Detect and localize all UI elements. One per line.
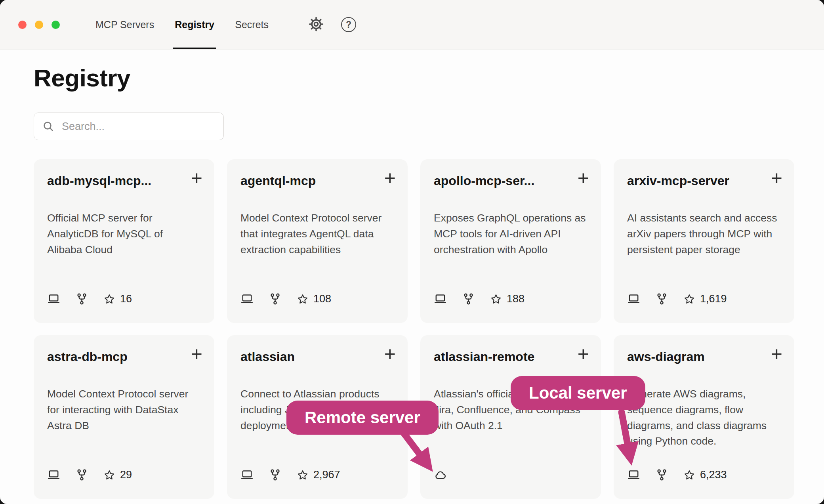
zoom-window-button[interactable]: [52, 21, 60, 29]
toolbar-divider: [291, 12, 291, 37]
server-card[interactable]: arxiv-mcp-server + AI assistants search …: [614, 159, 794, 323]
tab-secrets[interactable]: Secrets: [235, 0, 269, 49]
stars: 29: [103, 469, 132, 481]
star-icon: [683, 293, 695, 305]
stars: 1,619: [683, 293, 727, 305]
server-card[interactable]: astra-db-mcp + Model Context Protocol se…: [34, 335, 214, 499]
star-icon: [490, 293, 502, 305]
add-server-button[interactable]: +: [576, 166, 591, 189]
tab-mcp-servers[interactable]: MCP Servers: [95, 0, 154, 49]
server-description: AI assistants search and access arXiv pa…: [627, 210, 779, 258]
settings-button[interactable]: [308, 0, 324, 49]
titlebar: MCP Servers Registry Secrets ?: [0, 0, 824, 50]
card-footer: 108: [240, 292, 331, 305]
server-card[interactable]: atlassian-remote + Atlassian's official …: [420, 335, 601, 499]
server-name: aws-diagram: [627, 349, 767, 364]
minimize-window-button[interactable]: [35, 21, 43, 29]
laptop-icon: [240, 292, 254, 305]
card-footer: 1,619: [627, 292, 727, 305]
server-description: Model Context Protocol server that integ…: [240, 210, 393, 258]
git-fork-icon: [655, 468, 668, 481]
star-count: 108: [313, 293, 331, 305]
cloud-icon: [434, 468, 447, 481]
laptop-icon: [47, 292, 60, 305]
add-server-button[interactable]: +: [189, 166, 204, 189]
server-name: agentql-mcp: [240, 174, 380, 188]
tab-registry[interactable]: Registry: [175, 0, 214, 49]
stars: 16: [103, 293, 132, 305]
git-fork-icon: [75, 292, 88, 305]
add-server-button[interactable]: +: [383, 342, 397, 365]
server-card[interactable]: apollo-mcp-ser... + Exposes GraphQL oper…: [420, 159, 601, 323]
server-name: adb-mysql-mcp...: [47, 174, 187, 188]
git-fork-icon: [462, 292, 475, 305]
card-footer: [434, 468, 447, 481]
git-fork-icon: [269, 292, 282, 305]
stars: 6,233: [683, 469, 727, 481]
search-input[interactable]: [61, 120, 216, 133]
star-count: 29: [120, 469, 132, 481]
local-server-callout: Local server: [511, 376, 645, 410]
tab-bar: MCP Servers Registry Secrets: [95, 0, 269, 49]
add-server-button[interactable]: +: [189, 342, 204, 365]
add-server-button[interactable]: +: [769, 342, 784, 365]
server-name: atlassian-remote: [434, 349, 573, 364]
server-description: Exposes GraphQL operations as MCP tools …: [434, 210, 586, 258]
star-count: 2,967: [313, 469, 340, 481]
server-grid: adb-mysql-mcp... + Official MCP server f…: [34, 159, 794, 499]
server-card[interactable]: adb-mysql-mcp... + Official MCP server f…: [34, 159, 214, 323]
laptop-icon: [627, 292, 640, 305]
star-icon: [683, 469, 695, 481]
card-footer: 188: [434, 292, 525, 305]
gear-icon: [308, 16, 324, 34]
server-card[interactable]: aws-diagram + Generate AWS diagrams, seq…: [614, 335, 794, 499]
server-card[interactable]: agentql-mcp + Model Context Protocol ser…: [227, 159, 408, 323]
search-icon: [42, 120, 55, 133]
server-name: apollo-mcp-ser...: [434, 174, 573, 188]
card-footer: 29: [47, 468, 132, 481]
help-button[interactable]: ?: [341, 0, 356, 49]
add-server-button[interactable]: +: [576, 342, 591, 365]
search-box[interactable]: [34, 113, 224, 140]
git-fork-icon: [269, 468, 282, 481]
server-name: astra-db-mcp: [47, 349, 187, 364]
stars: 2,967: [297, 469, 340, 481]
git-fork-icon: [655, 292, 668, 305]
server-name: arxiv-mcp-server: [627, 174, 767, 188]
star-count: 1,619: [700, 293, 727, 305]
laptop-icon: [47, 468, 60, 481]
star-icon: [297, 469, 309, 481]
stars: 108: [297, 293, 331, 305]
card-footer: 2,967: [240, 468, 340, 481]
server-name: atlassian: [240, 349, 380, 364]
page-title: Registry: [34, 64, 794, 92]
remote-server-callout: Remote server: [286, 401, 439, 435]
app-window: MCP Servers Registry Secrets ? Registry: [0, 0, 824, 504]
laptop-icon: [627, 468, 640, 481]
add-server-button[interactable]: +: [383, 166, 397, 189]
server-description: Generate AWS diagrams, sequence diagrams…: [627, 386, 779, 449]
traffic-lights: [0, 0, 60, 49]
stars: 188: [490, 293, 525, 305]
laptop-icon: [240, 468, 254, 481]
star-icon: [103, 293, 115, 305]
star-icon: [297, 293, 309, 305]
laptop-icon: [434, 292, 447, 305]
server-description: Official MCP server for AnalyticDB for M…: [47, 210, 199, 258]
server-description: Model Context Protocol server for intera…: [47, 386, 199, 433]
close-window-button[interactable]: [18, 21, 27, 29]
star-count: 188: [507, 293, 525, 305]
git-fork-icon: [75, 468, 88, 481]
help-icon: ?: [341, 17, 356, 32]
star-count: 6,233: [700, 469, 727, 481]
star-count: 16: [120, 293, 132, 305]
card-footer: 16: [47, 292, 132, 305]
add-server-button[interactable]: +: [769, 166, 784, 189]
star-icon: [103, 469, 115, 481]
card-footer: 6,233: [627, 468, 727, 481]
